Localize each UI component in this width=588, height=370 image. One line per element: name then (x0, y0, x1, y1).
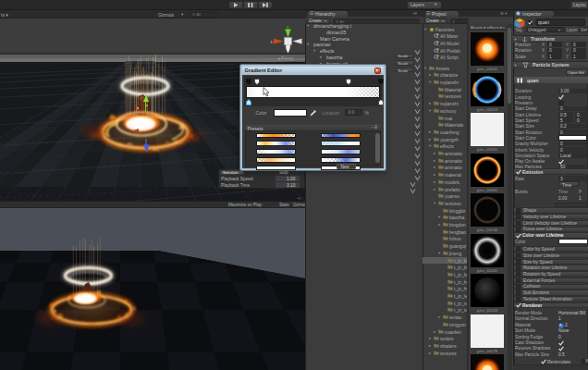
svg-text:x: x (270, 40, 273, 44)
svg-text:y: y (287, 25, 289, 30)
